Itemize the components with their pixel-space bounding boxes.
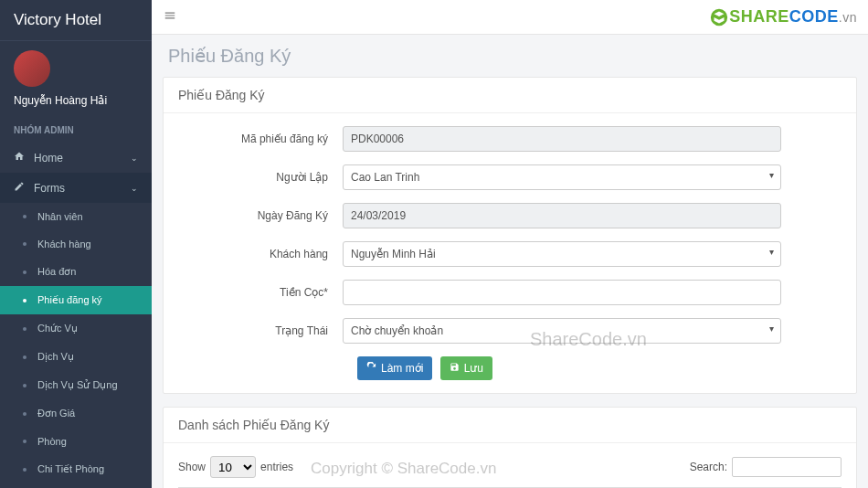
ma-input[interactable] [343,126,781,152]
form-card-header: Phiếu Đăng Ký [164,78,856,113]
sidebar-item-chitietphong[interactable]: Chi Tiết Phòng [0,455,152,483]
dot-icon [23,215,26,218]
form-label: Tiền Cọc* [178,286,343,299]
sidebar-user: Nguyễn Hoàng Hải [0,41,152,118]
form-label: Ngày Đăng Ký [178,209,343,222]
sidebar-item-dichvu[interactable]: Dịch Vụ [0,343,152,371]
sidebar-item-label: Forms [34,182,65,195]
sidebar-item-home[interactable]: Home ⌄ [0,143,152,173]
menu-toggle-icon[interactable] [163,9,177,25]
sidebar-item-label: Phòng [37,436,67,447]
sidebar-item-label: Chức Vụ [37,323,78,334]
nguoilap-select[interactable] [343,164,781,190]
sidebar-item-label: Phiếu đăng ký [37,294,102,306]
user-name: Nguyễn Hoàng Hải [14,94,138,107]
brand-title: Victory Hotel [0,0,152,41]
sidebar-item-phieudangky[interactable]: Phiếu đăng ký [0,286,152,314]
sidebar-item-loaiphong[interactable]: Loại Phòng [0,483,152,488]
dot-icon [23,355,26,359]
form-row-ma: Mã phiếu đăng ký [178,126,842,152]
page-title: Phiếu Đăng Ký [152,35,868,77]
form-row-trangthai: Trạng Thái [178,318,842,344]
logo: SHARECODE.vn [709,7,857,27]
dot-icon [23,299,26,302]
list-search: Search: [690,457,842,477]
chevron-down-icon: ⌄ [131,184,138,193]
form-row-ngay: Ngày Đăng Ký [178,203,842,228]
form-row-tiencoc: Tiền Cọc* [178,280,842,305]
sidebar: Victory Hotel Nguyễn Hoàng Hải NHÓM ADMI… [0,0,152,488]
khach-select[interactable] [343,241,781,267]
button-label: Làm mới [381,362,423,375]
sidebar-item-nhanvien[interactable]: Nhân viên [0,203,152,230]
sidebar-item-forms[interactable]: Forms ⌄ [0,173,152,203]
sidebar-item-chucvu[interactable]: Chức Vụ [0,314,152,343]
list-controls: Show 10 entries Search: [178,456,842,478]
form-row-khach: Khách hàng [178,241,842,267]
edit-icon [14,181,26,195]
form-buttons: Làm mới Lưu [178,356,842,380]
form-label: Trạng Thái [178,324,343,337]
sidebar-item-dichvusudung[interactable]: Dịch Vụ Sử Dụng [0,371,152,399]
sidebar-item-label: Chi Tiết Phòng [37,463,104,475]
reset-button[interactable]: Làm mới [357,356,432,380]
search-input[interactable] [732,457,842,477]
form-label: Khách hàng [178,248,343,260]
sidebar-item-label: Home [34,152,63,164]
sidebar-item-label: Dịch Vụ Sử Dụng [37,379,118,391]
dot-icon [23,327,26,331]
logo-icon [709,7,729,27]
list-card-body: Show 10 entries Search: STT▲▼ Mã PDK▲▼ M… [164,443,856,488]
sidebar-item-label: Nhân viên [37,211,83,222]
entries-label: entries [260,461,293,473]
sidebar-item-hoadon[interactable]: Hóa đơn [0,258,152,286]
sidebar-item-phong[interactable]: Phòng [0,428,152,455]
trangthai-select[interactable] [343,318,781,344]
ngay-input[interactable] [343,203,781,228]
form-label: Người Lập [178,171,343,184]
entries-select[interactable]: 10 [210,456,256,478]
sidebar-item-label: Khách hàng [37,239,91,249]
sidebar-section-label: NHÓM ADMIN [0,118,152,143]
save-icon [450,362,460,375]
list-card-header: Danh sách Phiếu Đăng Ký [164,408,856,443]
form-card: Phiếu Đăng Ký Mã phiếu đăng ký Người Lập… [163,77,857,394]
home-icon [14,151,26,164]
form-label: Mã phiếu đăng ký [178,133,343,145]
save-button[interactable]: Lưu [440,356,492,380]
dot-icon [23,468,26,472]
form-row-nguoilap: Người Lập [178,164,842,190]
dot-icon [23,412,26,416]
sidebar-item-label: Đơn Giá [37,408,75,419]
sidebar-item-label: Hóa đơn [37,266,76,278]
tiencoc-input[interactable] [343,280,781,305]
show-label: Show [178,461,206,473]
form-card-body: Mã phiếu đăng ký Người Lập Ngày Đăng Ký … [164,113,856,393]
search-label: Search: [690,461,727,473]
sidebar-item-label: Dịch Vụ [37,351,74,363]
dot-icon [23,271,26,274]
list-card: Danh sách Phiếu Đăng Ký Show 10 entries … [163,407,857,488]
dot-icon [23,242,26,246]
chevron-down-icon: ⌄ [131,154,138,163]
refresh-icon [366,362,376,375]
sidebar-item-khachhang[interactable]: Khách hàng [0,230,152,258]
topbar: SHARECODE.vn [152,0,868,35]
sidebar-submenu: Nhân viên Khách hàng Hóa đơn Phiếu đăng … [0,203,152,488]
logo-text: SHARECODE.vn [729,7,857,27]
sidebar-item-dongia[interactable]: Đơn Giá [0,399,152,428]
dot-icon [23,384,26,387]
main-area: SHARECODE.vn Phiếu Đăng Ký Phiếu Đăng Ký… [152,0,868,488]
dot-icon [23,440,26,443]
button-label: Lưu [464,362,483,375]
avatar [14,50,50,87]
